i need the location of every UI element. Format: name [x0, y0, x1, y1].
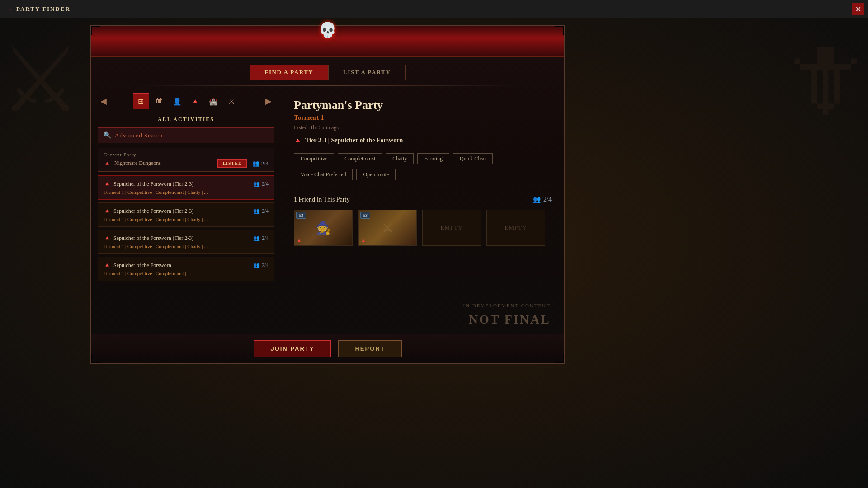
corner-br [555, 354, 564, 363]
tag-open-invite: Open Invite [356, 169, 396, 180]
modal-header-band: 💀 [91, 26, 564, 57]
left-panel: ◀ ⊞ 🏛 👤 🔺 🏰 ⚔ ▶ ALL ACTIVITIES 🔍 Advance… [91, 88, 281, 366]
current-party-info: 🔺 Nightmare Dungeons [104, 160, 161, 167]
friends-header: 1 Friend In This Party 👥 2/4 [294, 196, 552, 203]
tab-find-party[interactable]: FIND A PARTY [250, 65, 329, 80]
tab-list-party[interactable]: LIST A PARTY [328, 65, 406, 80]
current-party-label: Current Party [104, 152, 269, 157]
player-level-2: 53 [360, 212, 370, 219]
party-dungeon-detail: 🔺 Tier 2-3 | Sepulcher of the Forsworn [294, 136, 552, 144]
empty-slot-label-4: EMPTY [505, 224, 527, 231]
divider [139, 85, 517, 86]
close-button[interactable]: ✕ [852, 3, 864, 15]
title-bar: → PARTY FINDER ✕ [0, 0, 868, 18]
dungeon-icon-2: 🔺 [104, 207, 111, 215]
tag-farming: Farming [417, 153, 449, 164]
current-party-members: 👥 2/4 [252, 160, 269, 167]
party-item-header: 🔺 Sepulcher of the Forsworn (Tier 2-3) 👥… [104, 180, 269, 188]
modal-body: ◀ ⊞ 🏛 👤 🔺 🏰 ⚔ ▶ ALL ACTIVITIES 🔍 Advance… [91, 88, 564, 366]
filter-fire-icon[interactable]: 🔺 [187, 93, 203, 109]
corner-bl [91, 354, 100, 363]
party-name-text-3: Sepulcher of the Forsworn (Tier 2-3) [113, 235, 193, 242]
dev-text-small: IN DEVELOPMENT CONTENT [463, 303, 551, 308]
all-activities-label: ALL ACTIVITIES [91, 113, 281, 127]
detail-dungeon-text: Tier 2-3 | Sepulcher of the Forsworn [305, 137, 403, 144]
party-name-title: Partyman's Party [294, 99, 552, 112]
current-party-dungeon-icon: 🔺 [104, 160, 111, 167]
tag-quick-clear: Quick Clear [453, 153, 493, 164]
party-item-header: 🔺 Sepulcher of the Forsworn (Tier 2-3) 👥… [104, 207, 269, 215]
tab-row: FIND A PARTY LIST A PARTY [91, 57, 564, 84]
party-item-tags-1: Torment 1 | Competitive | Completionist … [104, 189, 269, 195]
current-party-content: 🔺 Nightmare Dungeons LISTED 👥 2/4 [104, 159, 269, 168]
filter-character-icon[interactable]: 👤 [169, 93, 185, 109]
filter-next-button[interactable]: ▶ [263, 95, 274, 107]
party-list-item[interactable]: 🔺 Sepulcher of the Forsworn (Tier 2-3) 👥… [98, 202, 274, 227]
dungeon-icon-1: 🔺 [104, 180, 111, 188]
party-listed-time: Listed: 1hr 5min ago [294, 124, 552, 131]
filter-icons-group: ⊞ 🏛 👤 🔺 🏰 ⚔ [133, 93, 240, 109]
search-bar[interactable]: 🔍 Advanced Search [98, 127, 274, 143]
corner-tr [555, 26, 564, 35]
player-class-icon-2: 🔺 [360, 238, 367, 244]
player-level-1: 53 [296, 212, 306, 219]
bottom-bar: Join Party Report [91, 334, 564, 363]
player-slot-3: EMPTY [422, 210, 481, 246]
tag-completionist: Completionist [338, 153, 382, 164]
party-name-text-1: Sepulcher of the Forsworn (Tier 2-3) [113, 181, 193, 188]
party-item-tags-4: Torment 1 | Competitive | Completionist … [104, 271, 269, 276]
tag-competitive: Competitive [294, 153, 334, 164]
current-party-dungeon-name: Nightmare Dungeons [114, 160, 161, 167]
filter-dungeon-icon[interactable]: 🏛 [151, 93, 167, 109]
dungeon-icon-4: 🔺 [104, 262, 111, 269]
filter-castle-icon[interactable]: 🏰 [205, 93, 222, 109]
party-item-tags-3: Torment 1 | Competitive | Completionist … [104, 244, 269, 249]
title-bar-arrow-icon: → [5, 5, 13, 13]
party-name-text-2: Sepulcher of the Forsworn (Tier 2-3) [113, 208, 193, 215]
friends-section: 1 Friend In This Party 👥 2/4 🧙 53 🔺 [294, 196, 552, 246]
party-difficulty: Torment 1 [294, 114, 552, 122]
player-slot-1: 🧙 53 🔺 [294, 210, 353, 246]
title-bar-title: PARTY FINDER [16, 5, 71, 13]
party-name-text-4: Sepulcher of the Forsworn [113, 262, 171, 269]
party-item-tags-2: Torment 1 | Competitive | Completionist … [104, 216, 269, 222]
party-item-name: 🔺 Sepulcher of the Forsworn [104, 262, 171, 269]
player-slots: 🧙 53 🔺 ⚔ 53 🔺 EMPT [294, 210, 552, 246]
party-member-count-3: 👥 2/4 [253, 235, 269, 242]
party-member-count-1: 👥 2/4 [253, 181, 269, 188]
empty-slot-label-3: EMPTY [440, 224, 462, 231]
detail-dungeon-icon: 🔺 [294, 136, 302, 144]
dungeon-icon-3: 🔺 [104, 235, 111, 242]
player-class-icon-1: 🔺 [296, 238, 302, 244]
decorative-left: ⚔ [0, 27, 81, 132]
decorative-right: 🗡 [778, 27, 868, 131]
party-member-count-4: 👥 2/4 [253, 262, 269, 269]
activity-filter-row: ◀ ⊞ 🏛 👤 🔺 🏰 ⚔ ▶ [91, 88, 281, 113]
current-party-box: Current Party 🔺 Nightmare Dungeons LISTE… [98, 148, 274, 172]
skull-icon: 💀 [319, 21, 337, 38]
filter-prev-button[interactable]: ◀ [98, 95, 109, 107]
filter-sword-icon[interactable]: ⚔ [223, 93, 240, 109]
party-item-name: 🔺 Sepulcher of the Forsworn (Tier 2-3) [104, 180, 193, 188]
party-item-name: 🔺 Sepulcher of the Forsworn (Tier 2-3) [104, 235, 193, 242]
player-slot-4: EMPTY [486, 210, 545, 246]
tags-row-1: Competitive Completionist Chatty Farming… [294, 153, 552, 164]
party-list-item[interactable]: 🔺 Sepulcher of the Forsworn 👥 2/4 Tormen… [98, 257, 274, 281]
party-list-item[interactable]: 🔺 Sepulcher of the Forsworn (Tier 2-3) 👥… [98, 230, 274, 254]
report-button[interactable]: Report [338, 340, 401, 357]
tags-row-2: Voice Chat Preferred Open Invite [294, 169, 552, 180]
tag-voice-chat: Voice Chat Preferred [294, 169, 353, 180]
party-item-header: 🔺 Sepulcher of the Forsworn 👥 2/4 [104, 262, 269, 269]
party-item-name: 🔺 Sepulcher of the Forsworn (Tier 2-3) [104, 207, 193, 215]
join-party-button[interactable]: Join Party [254, 340, 331, 357]
filter-all-icon[interactable]: ⊞ [133, 93, 149, 109]
search-icon: 🔍 [104, 131, 111, 139]
party-list-item[interactable]: 🔺 Sepulcher of the Forsworn (Tier 2-3) 👥… [98, 175, 274, 200]
friends-count: 👥 2/4 [533, 196, 552, 203]
friends-label: 1 Friend In This Party [294, 196, 349, 203]
dev-text-large: NOT FINAL [463, 312, 551, 327]
party-member-count-2: 👥 2/4 [253, 208, 269, 215]
player-slot-2: ⚔ 53 🔺 [358, 210, 417, 246]
dev-watermark: IN DEVELOPMENT CONTENT NOT FINAL [463, 303, 551, 327]
listed-badge: LISTED [217, 159, 247, 168]
